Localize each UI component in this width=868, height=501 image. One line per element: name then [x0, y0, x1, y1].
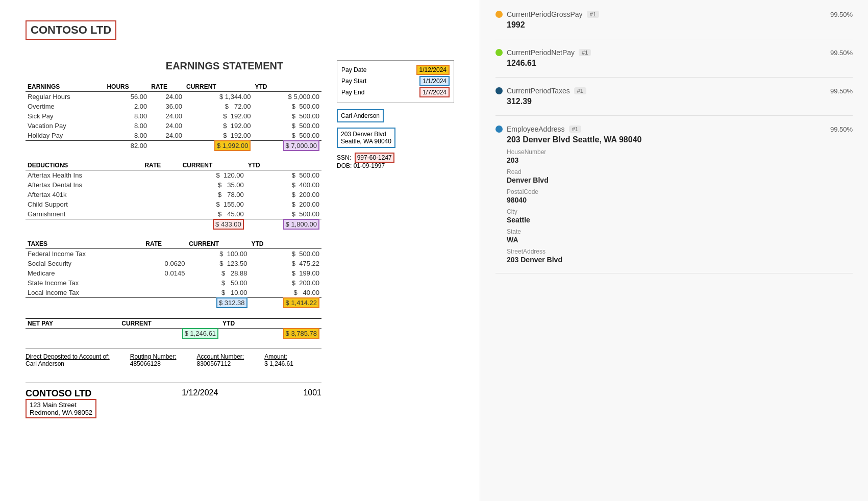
table-row: Overtime 2.00 36.00 $ 72.00 $ 500.00: [26, 102, 321, 111]
taxes-subtotal-row: $ 312.38 $ 1,414.22: [26, 298, 321, 308]
current-col-header: CURRENT: [184, 82, 253, 92]
table-row: Garnishment $ 45.00 $ 500.00: [26, 209, 321, 219]
dd-amount-col: Amount: $ 1,246.61: [264, 353, 293, 367]
sub-field-state: State WA: [507, 228, 853, 244]
footer-date: 1/12/2024: [182, 388, 218, 397]
postal-code-value: 98040: [507, 196, 853, 204]
sub-field-road: Road Denver Blvd: [507, 168, 853, 184]
net-pay-confidence: 99.50%: [830, 49, 853, 57]
field-item-taxes: CurrentPeriodTaxes #1 99.50% 312.39: [495, 87, 853, 116]
taxes-confidence: 99.50%: [830, 87, 853, 95]
gross-pay-confidence: 99.50%: [830, 11, 853, 18]
pay-start-label: Pay Start: [341, 78, 372, 85]
hours-col-header: HOURS: [105, 82, 149, 92]
table-row: Aftertax 401k $ 78.00 $ 200.00: [26, 190, 321, 199]
deductions-subtotal-row: $ 433.00 $ 1,800.00: [26, 219, 321, 230]
dd-label: Direct Deposited to Account of:: [26, 353, 110, 360]
pay-info-box: Pay Date 1/12/2024 Pay Start 1/1/2024 Pa…: [337, 60, 454, 103]
table-row: Aftertax Dental Ins $ 35.00 $ 400.00: [26, 180, 321, 190]
sub-field-house-number: HouseNumber 203: [507, 148, 853, 164]
dd-routing: 485066128: [130, 360, 161, 367]
pay-start-value: 1/1/2024: [419, 76, 450, 86]
footer-check-number: 1001: [303, 388, 321, 397]
house-number-label: HouseNumber: [507, 148, 853, 156]
pay-date-label: Pay Date: [341, 66, 372, 73]
gross-pay-dot: [495, 11, 503, 18]
dd-routing-label: Routing Number:: [130, 353, 177, 360]
pay-date-row: Pay Date 1/12/2024: [341, 65, 450, 75]
dd-routing-col: Routing Number: 485066128: [130, 353, 177, 367]
address-field-name: EmployeeAddress: [507, 125, 565, 133]
earnings-statement-title: EARNINGS STATEMENT: [128, 60, 321, 72]
dd-amount-label: Amount:: [264, 353, 293, 360]
field-header-taxes: CurrentPeriodTaxes #1 99.50%: [495, 87, 853, 95]
table-row: Holiday Pay 8.00 24.00 $ 192.00 $ 500.00: [26, 131, 321, 141]
doc-footer: CONTOSO LTD 123 Main Street Redmond, WA …: [26, 383, 321, 418]
taxes-current-highlight: $ 312.38: [216, 297, 247, 308]
pay-end-value: 1/7/2024: [419, 87, 450, 97]
house-number-value: 203: [507, 156, 853, 164]
table-row: State Income Tax $ 50.00 $ 200.00: [26, 278, 321, 288]
pay-end-row: Pay End 1/7/2024: [341, 87, 450, 97]
field-header-net-pay: CurrentPeriodNetPay #1 99.50%: [495, 48, 853, 57]
taxes-field-name: CurrentPeriodTaxes: [507, 87, 570, 95]
table-row: Local Income Tax $ 10.00 $ 40.00: [26, 288, 321, 298]
net-pay-table: NET PAY CURRENT YTD $ 1,246.61: [26, 318, 321, 338]
dd-name-col: Direct Deposited to Account of: Carl And…: [26, 353, 110, 367]
street-address-label: StreetAddress: [507, 248, 853, 255]
dob-row: DOB: 01-09-1997: [337, 162, 454, 169]
ytd-col-header: YTD: [253, 82, 321, 92]
field-item-gross-pay: CurrentPeriodGrossPay #1 99.50% 1992: [495, 10, 853, 39]
net-pay-field-name: CurrentPeriodNetPay: [507, 48, 575, 57]
company-name: CONTOSO LTD: [26, 20, 116, 40]
field-item-net-pay: CurrentPeriodNetPay #1 99.50% 1246.61: [495, 48, 853, 78]
taxes-field-value: 312.39: [507, 97, 853, 106]
table-row: Aftertax Health Ins $ 120.00 $ 500.00: [26, 170, 321, 181]
footer-address-box: 123 Main Street Redmond, WA 98052: [26, 399, 96, 418]
employee-address-line2: Seattle, WA 98040: [341, 138, 391, 145]
gross-pay-name: CurrentPeriodGrossPay: [507, 10, 583, 18]
footer-company-name: CONTOSO LTD: [26, 388, 96, 399]
city-value: Seattle: [507, 216, 853, 224]
deductions-table: DEDUCTIONS RATE CURRENT YTD Aftertax Hea…: [26, 161, 321, 229]
earnings-col-header: EARNINGS: [26, 82, 105, 92]
employee-address-box: 203 Denver Blvd Seattle, WA 98040: [337, 128, 395, 148]
left-tables: EARNINGS STATEMENT EARNINGS HOURS RATE C…: [26, 60, 321, 418]
address-confidence: 99.50%: [830, 126, 853, 133]
direct-deposit-section: Direct Deposited to Account of: Carl And…: [26, 348, 321, 367]
rate-col-header: RATE: [149, 82, 184, 92]
address-field-value: 203 Denver Blvd Seattle, WA 98040: [507, 135, 853, 144]
table-row: Vacation Pay 8.00 24.00 $ 192.00 $ 500.0…: [26, 121, 321, 131]
earnings-subtotal-row: 82.00 $ 1,992.00 $ 7,000.00: [26, 141, 321, 151]
deductions-ytd-highlight: $ 1,800.00: [283, 219, 319, 230]
dd-name: Carl Anderson: [26, 360, 64, 367]
deductions-current-highlight: $ 433.00: [213, 219, 244, 230]
field-header-address: EmployeeAddress #1 99.50%: [495, 125, 853, 133]
footer-address-line1: 123 Main Street: [30, 401, 92, 409]
pay-start-row: Pay Start 1/1/2024: [341, 76, 450, 86]
document-panel: CONTOSO LTD EARNINGS STATEMENT EARNINGS …: [0, 0, 480, 501]
pay-end-label: Pay End: [341, 89, 372, 96]
street-address-value: 203 Denver Blvd: [507, 256, 853, 264]
state-value: WA: [507, 236, 853, 244]
table-row: Regular Hours 56.00 24.00 $ 1,344.00 $ 5…: [26, 92, 321, 102]
gross-pay-value: 1992: [507, 20, 853, 30]
dd-account-label: Account Number:: [196, 353, 244, 360]
city-label: City: [507, 208, 853, 215]
taxes-tag: #1: [574, 87, 586, 94]
employee-name-box: Carl Anderson: [337, 109, 384, 122]
dd-account-col: Account Number: 8300567112: [196, 353, 244, 367]
table-row: Social Security 0.0620 $ 123.50 $ 475.22: [26, 259, 321, 268]
table-row: Child Support $ 155.00 $ 200.00: [26, 199, 321, 209]
table-row: Sick Pay 8.00 24.00 $ 192.00 $ 500.00: [26, 111, 321, 121]
pay-date-value: 1/12/2024: [416, 65, 450, 75]
gross-pay-tag: #1: [587, 11, 599, 18]
sub-field-postal-code: PostalCode 98040: [507, 188, 853, 204]
ssn-label: SSN:: [337, 154, 353, 161]
table-row: Medicare 0.0145 $ 28.88 $ 199.00: [26, 268, 321, 278]
employee-address-line1: 203 Denver Blvd: [341, 131, 391, 138]
footer-left: CONTOSO LTD 123 Main Street Redmond, WA …: [26, 388, 96, 418]
address-dot: [495, 126, 503, 133]
ssn-value: 997-60-1247: [355, 153, 394, 163]
taxes-dot: [495, 87, 503, 94]
